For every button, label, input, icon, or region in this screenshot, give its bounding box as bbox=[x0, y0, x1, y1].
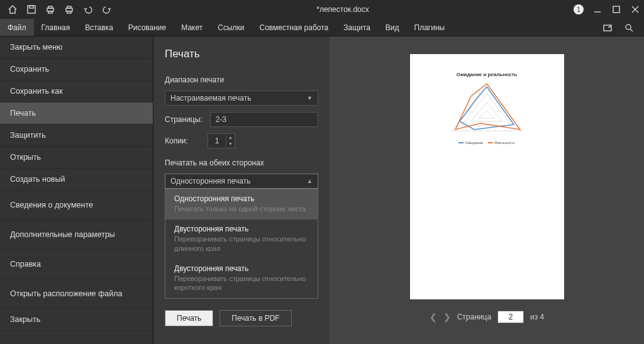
tab-home[interactable]: Главная bbox=[34, 19, 78, 36]
svg-rect-1 bbox=[30, 6, 33, 8]
quick-access-toolbar bbox=[4, 4, 112, 14]
sidebar-item-new[interactable]: Создать новый bbox=[0, 169, 153, 191]
print-range-select[interactable]: Настраиваемая печать ▼ bbox=[165, 91, 318, 106]
copies-input[interactable] bbox=[208, 136, 226, 145]
pages-input[interactable] bbox=[210, 112, 318, 127]
page-total: из 4 bbox=[530, 313, 544, 321]
sidebar-item-print[interactable]: Печать bbox=[0, 103, 153, 125]
document-title: *лепесток.docx bbox=[112, 5, 574, 14]
option-title: Двусторонняя печать bbox=[174, 225, 309, 233]
page-label: Страница bbox=[457, 313, 491, 321]
print-settings-panel: Печать Диапазон печати Настраиваемая печ… bbox=[153, 36, 330, 344]
option-title: Двусторонняя печать bbox=[174, 264, 309, 273]
preview-page: Ожидание и реальность Ожидание Реальност… bbox=[410, 54, 564, 299]
pages-label: Страницы: bbox=[165, 115, 203, 124]
sidebar-item-open[interactable]: Открыть bbox=[0, 147, 153, 169]
svg-rect-3 bbox=[48, 6, 52, 8]
chevron-down-icon: ▼ bbox=[307, 95, 313, 101]
search-icon[interactable] bbox=[624, 23, 634, 33]
svg-rect-0 bbox=[28, 6, 35, 13]
print-pdf-button[interactable]: Печать в PDF bbox=[219, 310, 291, 326]
svg-rect-6 bbox=[67, 6, 71, 8]
svg-marker-18 bbox=[479, 111, 495, 118]
prev-page-icon[interactable]: ❮ bbox=[430, 312, 437, 322]
option-title: Односторонняя печать bbox=[174, 194, 309, 203]
open-location-icon[interactable] bbox=[602, 23, 613, 33]
sides-value: Односторонняя печать bbox=[170, 177, 251, 186]
sidebar-item-close-menu[interactable]: Закрыть меню bbox=[0, 36, 153, 58]
svg-rect-7 bbox=[67, 11, 71, 13]
svg-point-13 bbox=[626, 25, 631, 30]
tab-protect[interactable]: Защита bbox=[336, 19, 378, 36]
sides-option-single[interactable]: Односторонняя печать Печатать только на … bbox=[165, 189, 318, 219]
sidebar-item-info[interactable]: Сведения о документе bbox=[0, 191, 153, 220]
tab-draw[interactable]: Рисование bbox=[121, 19, 174, 36]
print-range-value: Настраиваемая печать bbox=[170, 94, 251, 103]
spinner-up-icon[interactable]: ▲ bbox=[226, 135, 235, 141]
page-number-input[interactable] bbox=[497, 311, 524, 323]
tab-plugins[interactable]: Плагины bbox=[407, 19, 453, 36]
save-icon[interactable] bbox=[26, 4, 36, 14]
copies-spinner[interactable]: ▲▼ bbox=[208, 133, 235, 148]
chart-legend: Ожидание Реальность bbox=[410, 141, 564, 145]
sides-dropdown: Односторонняя печать Печатать только на … bbox=[165, 189, 318, 299]
quick-print-icon[interactable] bbox=[64, 4, 74, 14]
svg-marker-15 bbox=[452, 84, 521, 131]
legend-item-2: Реальность bbox=[488, 141, 515, 145]
sidebar-item-close[interactable]: Закрыть bbox=[0, 309, 153, 331]
chevron-up-icon: ▲ bbox=[307, 178, 313, 184]
page-navigator: ❮ ❯ Страница из 4 bbox=[430, 311, 545, 323]
svg-rect-9 bbox=[613, 6, 619, 13]
sidebar-item-open-location[interactable]: Открыть расположение файла bbox=[0, 279, 153, 309]
svg-line-14 bbox=[630, 29, 633, 31]
print-range-label: Диапазон печати bbox=[165, 75, 318, 84]
titlebar: *лепесток.docx 1 bbox=[0, 0, 644, 19]
print-icon[interactable] bbox=[45, 4, 55, 14]
file-menu-sidebar: Закрыть меню Сохранить Сохранить как Печ… bbox=[0, 36, 153, 344]
undo-icon[interactable] bbox=[83, 4, 93, 14]
sidebar-item-protect[interactable]: Защитить bbox=[0, 125, 153, 147]
sides-option-double-short[interactable]: Двусторонняя печать Переворачивать стран… bbox=[165, 259, 318, 299]
svg-marker-17 bbox=[471, 103, 502, 121]
radar-chart bbox=[446, 80, 528, 140]
option-subtitle: Печатать только на одной стороне листа bbox=[174, 204, 309, 213]
sidebar-item-save[interactable]: Сохранить bbox=[0, 58, 153, 80]
menu-tabs: Файл Главная Вставка Рисование Макет Ссы… bbox=[0, 19, 644, 36]
print-preview: Ожидание и реальность Ожидание Реальност… bbox=[330, 36, 644, 344]
svg-rect-4 bbox=[48, 11, 52, 13]
next-page-icon[interactable]: ❯ bbox=[443, 312, 451, 322]
tab-collaboration[interactable]: Совместная работа bbox=[252, 19, 336, 36]
tab-file[interactable]: Файл bbox=[0, 19, 34, 36]
tab-view[interactable]: Вид bbox=[378, 19, 407, 36]
option-subtitle: Переворачивать страницы относительно кор… bbox=[174, 274, 309, 292]
copies-label: Копии: bbox=[165, 136, 200, 145]
print-heading: Печать bbox=[165, 48, 318, 60]
window-controls: 1 bbox=[574, 4, 640, 14]
sides-select[interactable]: Односторонняя печать ▲ bbox=[165, 174, 318, 189]
sidebar-item-help[interactable]: Справка bbox=[0, 250, 153, 279]
minimize-icon[interactable] bbox=[592, 4, 602, 14]
sidebar-item-save-as[interactable]: Сохранить как bbox=[0, 80, 153, 103]
user-badge[interactable]: 1 bbox=[574, 4, 584, 14]
spinner-down-icon[interactable]: ▼ bbox=[226, 141, 235, 147]
tab-insert[interactable]: Вставка bbox=[77, 19, 121, 36]
close-icon[interactable] bbox=[630, 4, 640, 14]
tab-references[interactable]: Ссылки bbox=[210, 19, 252, 36]
print-button[interactable]: Печать bbox=[165, 310, 213, 326]
legend-item-1: Ожидание bbox=[458, 141, 483, 145]
home-icon[interactable] bbox=[8, 4, 18, 14]
sidebar-item-advanced[interactable]: Дополнительные параметры bbox=[0, 220, 153, 250]
svg-marker-20 bbox=[455, 84, 520, 130]
redo-icon[interactable] bbox=[102, 4, 112, 14]
option-subtitle: Переворачивать страницы относительно дли… bbox=[174, 235, 309, 253]
tab-layout[interactable]: Макет bbox=[174, 19, 210, 36]
maximize-icon[interactable] bbox=[611, 4, 621, 14]
sides-option-double-long[interactable]: Двусторонняя печать Переворачивать стран… bbox=[165, 219, 318, 259]
chart-title: Ожидание и реальность bbox=[410, 72, 564, 77]
sides-label: Печатать на обеих сторонах bbox=[165, 158, 318, 167]
